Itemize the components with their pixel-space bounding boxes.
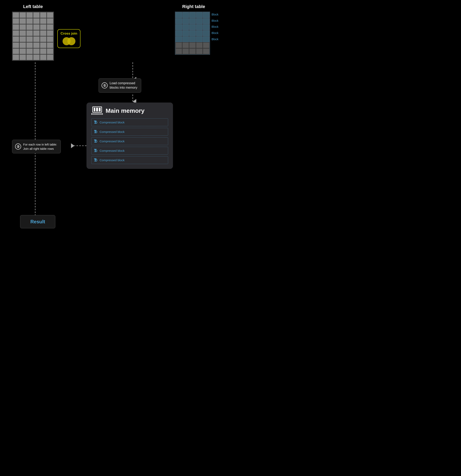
- left-grid-cell: [33, 18, 40, 24]
- venn-right-circle: [67, 37, 75, 45]
- left-grid-cell: [33, 36, 40, 42]
- block-label-empty: [212, 42, 218, 48]
- step1-box: ① Load compressedblocks into memory: [99, 78, 141, 93]
- right-grid-cell: [183, 18, 189, 24]
- block-label-empty: [212, 49, 218, 54]
- right-grid-cell: [196, 18, 202, 24]
- left-grid-cell: [13, 48, 19, 54]
- left-grid-cell: [40, 30, 46, 36]
- right-grid-cell: [203, 24, 209, 30]
- left-grid-cell: [26, 48, 33, 54]
- block-label-item: Block: [212, 18, 218, 24]
- left-grid-cell: [47, 48, 53, 54]
- right-grid-cell: [189, 24, 196, 30]
- right-table-section: Right table BlockBlockBlockBlockBlock: [175, 4, 218, 55]
- step2-box: ② For each row in left table:Join all ri…: [12, 140, 61, 153]
- left-grid-cell: [19, 42, 26, 48]
- left-grid-cell: [47, 18, 53, 24]
- left-grid-cell: [40, 36, 46, 42]
- compressed-file-icon: 🗜: [94, 149, 97, 153]
- ram-pin-5: [96, 113, 97, 115]
- result-label: Result: [30, 219, 45, 225]
- right-grid-cell: [196, 24, 202, 30]
- ram-chip-2: [96, 108, 98, 111]
- left-grid-cell: [19, 36, 26, 42]
- venn-diagram: [62, 37, 75, 46]
- right-grid-cell: [189, 36, 196, 42]
- left-grid-cell: [40, 42, 46, 48]
- right-grid-cell: [176, 12, 182, 18]
- right-grid-cell: [189, 42, 196, 48]
- left-grid-cell: [26, 54, 33, 60]
- compressed-block-label: Compressed block: [100, 158, 124, 162]
- left-grid-cell: [33, 30, 40, 36]
- right-grid-cell: [183, 24, 189, 30]
- left-grid-cell: [13, 42, 19, 48]
- right-table-wrapper: BlockBlockBlockBlockBlock: [175, 12, 218, 55]
- ram-chip-3: [99, 108, 101, 111]
- block-labels-column: BlockBlockBlockBlockBlock: [210, 12, 218, 54]
- ram-pin-8: [100, 113, 100, 115]
- compressed-block-label: Compressed block: [100, 121, 124, 124]
- step1-circle: ①: [102, 82, 108, 88]
- left-grid-cell: [13, 54, 19, 60]
- right-grid-cell: [189, 30, 196, 36]
- left-grid-cell: [26, 24, 33, 30]
- step2-text: For each row in left table:Join all righ…: [23, 142, 57, 151]
- left-grid-cell: [26, 18, 33, 24]
- right-grid-cell: [203, 48, 209, 54]
- compressed-file-icon: 🗜: [94, 120, 97, 124]
- left-grid-cell: [33, 12, 40, 18]
- right-grid-cell: [183, 36, 189, 42]
- main-memory-title: Main memory: [106, 107, 144, 114]
- compressed-block-item: 🗜Compressed block: [91, 137, 168, 145]
- compressed-block-label: Compressed block: [100, 149, 124, 152]
- block-label-text: Block: [212, 38, 218, 41]
- left-grid-cell: [47, 12, 53, 18]
- ram-pin-7: [99, 113, 99, 115]
- compressed-file-icon: 🗜: [94, 139, 97, 143]
- compressed-file-icon: 🗜: [94, 158, 97, 162]
- right-grid-cell: [196, 36, 202, 42]
- left-grid-cell: [47, 42, 53, 48]
- right-grid-cell: [176, 48, 182, 54]
- left-grid-cell: [40, 48, 46, 54]
- main-memory-box: Main memory 🗜Compressed block🗜Compressed…: [87, 102, 173, 169]
- right-grid-cell: [176, 18, 182, 24]
- right-grid-cell: [196, 48, 202, 54]
- left-grid-cell: [19, 12, 26, 18]
- left-grid-cell: [40, 18, 46, 24]
- ram-chip-1: [94, 108, 96, 111]
- cross-join-box: Cross join: [57, 29, 80, 48]
- left-grid-cell: [47, 54, 53, 60]
- left-grid-cell: [13, 18, 19, 24]
- left-grid-cell: [33, 48, 40, 54]
- left-grid-cell: [33, 42, 40, 48]
- step2-circle: ②: [15, 144, 21, 150]
- left-grid-cell: [19, 30, 26, 36]
- compressed-file-icon: 🗜: [94, 130, 97, 134]
- right-grid-cell: [203, 18, 209, 24]
- right-grid-cell: [176, 30, 182, 36]
- right-grid-cell: [203, 30, 209, 36]
- left-grid-cell: [40, 12, 46, 18]
- right-grid-cell: [203, 42, 209, 48]
- left-grid-cell: [13, 24, 19, 30]
- right-grid-cell: [183, 42, 189, 48]
- left-grid-cell: [26, 36, 33, 42]
- ram-body: [92, 107, 102, 113]
- left-grid-cell: [13, 12, 19, 18]
- block-label-item: Block: [212, 36, 218, 42]
- right-grid-cell: [176, 36, 182, 42]
- right-grid-cell: [176, 24, 182, 30]
- ram-pin-4: [95, 113, 96, 115]
- right-grid-cell: [189, 12, 196, 18]
- right-grid-cell: [183, 48, 189, 54]
- right-grid-cell: [196, 30, 202, 36]
- ram-pin-6: [97, 113, 98, 115]
- compressed-block-item: 🗜Compressed block: [91, 119, 168, 126]
- left-grid-cell: [33, 54, 40, 60]
- cross-join-label: Cross join: [61, 32, 77, 36]
- left-grid-cell: [19, 54, 26, 60]
- left-grid-cell: [47, 36, 53, 42]
